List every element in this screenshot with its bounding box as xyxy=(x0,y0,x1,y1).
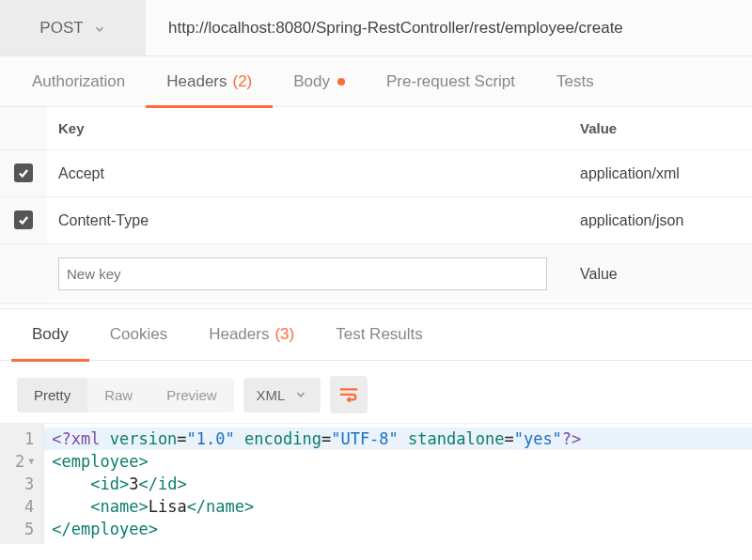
table-row: Content-Type application/json xyxy=(0,197,752,244)
view-mode-raw[interactable]: Raw xyxy=(87,378,149,412)
wrap-lines-icon xyxy=(338,383,359,407)
code-line: <id>3</id> xyxy=(52,473,581,495)
row-checkbox[interactable] xyxy=(14,163,33,182)
request-url-text: http://localhost:8080/Spring-RestControl… xyxy=(168,19,623,38)
http-method-select[interactable]: POST xyxy=(0,0,146,55)
response-tab-body[interactable]: Body xyxy=(11,308,89,361)
request-top-bar: POST http://localhost:8080/Spring-RestCo… xyxy=(0,0,752,56)
modified-dot-icon xyxy=(337,78,345,86)
new-key-input[interactable] xyxy=(58,257,547,290)
new-header-row: Value xyxy=(0,244,752,304)
code-line: </employee> xyxy=(52,518,581,540)
response-tab-headers[interactable]: Headers (3) xyxy=(188,308,315,361)
code-line: <employee> xyxy=(52,450,581,473)
response-tabs: Body Cookies Headers (3) Test Results xyxy=(0,308,752,361)
response-tab-cookies[interactable]: Cookies xyxy=(89,308,188,361)
chevron-down-icon xyxy=(294,388,307,401)
view-mode-pretty[interactable]: Pretty xyxy=(17,378,87,412)
col-value: Value xyxy=(569,107,752,150)
code-lines[interactable]: <?xml version="1.0" encoding="UTF-8" sta… xyxy=(44,424,588,544)
header-value-cell[interactable]: application/json xyxy=(569,197,752,244)
table-row: Accept application/xml xyxy=(0,150,752,197)
view-mode-group: Pretty Raw Preview xyxy=(17,378,234,412)
row-checkbox[interactable] xyxy=(14,210,33,229)
code-line: <?xml version="1.0" encoding="UTF-8" sta… xyxy=(44,428,752,450)
chevron-down-icon xyxy=(93,22,106,35)
tab-authorization[interactable]: Authorization xyxy=(11,56,146,107)
format-select[interactable]: XML xyxy=(243,378,321,412)
line-gutter: 1 2▼ 3 4 5 xyxy=(0,424,44,544)
http-method-label: POST xyxy=(39,19,83,38)
response-body-code: 1 2▼ 3 4 5 <?xml version="1.0" encoding=… xyxy=(0,423,752,544)
request-tabs: Authorization Headers (2) Body Pre-reque… xyxy=(0,56,752,107)
response-tab-test-results[interactable]: Test Results xyxy=(315,308,444,361)
wrap-line-button[interactable] xyxy=(330,376,368,413)
tab-headers[interactable]: Headers (2) xyxy=(146,56,273,107)
view-mode-preview[interactable]: Preview xyxy=(149,378,233,412)
new-value-placeholder[interactable]: Value xyxy=(569,244,752,304)
headers-table: Key Value Accept application/xml Content… xyxy=(0,107,752,304)
tab-tests[interactable]: Tests xyxy=(536,56,615,107)
headers-count: (2) xyxy=(233,72,253,91)
header-key-cell[interactable]: Accept xyxy=(47,150,569,197)
response-viewer-bar: Pretty Raw Preview XML xyxy=(0,361,752,423)
response-headers-count: (3) xyxy=(274,325,294,344)
col-key: Key xyxy=(47,107,569,150)
header-key-cell[interactable]: Content-Type xyxy=(47,197,569,244)
header-value-cell[interactable]: application/xml xyxy=(569,150,752,197)
tab-body[interactable]: Body xyxy=(273,56,366,107)
tab-prerequest-script[interactable]: Pre-request Script xyxy=(366,56,536,107)
col-checkbox xyxy=(0,107,47,150)
request-url-input[interactable]: http://localhost:8080/Spring-RestControl… xyxy=(146,0,752,55)
code-line: <name>Lisa</name> xyxy=(52,495,581,518)
fold-icon[interactable]: ▼ xyxy=(28,450,34,473)
